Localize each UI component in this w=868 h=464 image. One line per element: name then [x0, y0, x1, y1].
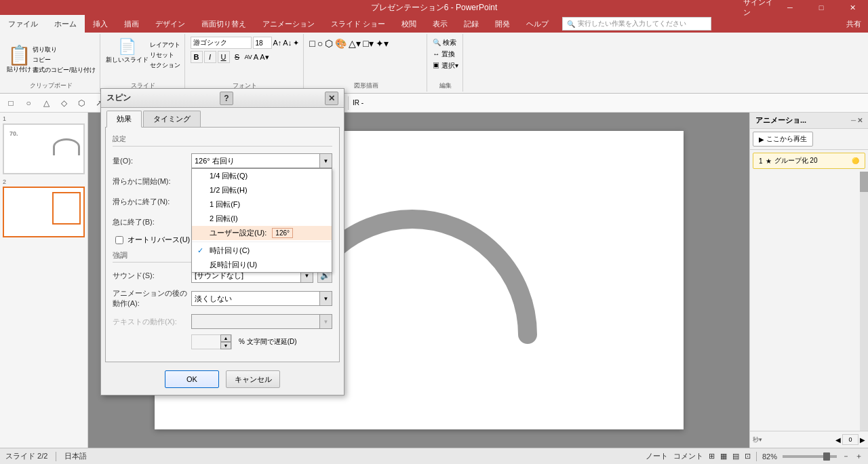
amount-row: 量(O): 126° 右回り ▼ 1/4 回転(Q)	[113, 153, 332, 168]
amount-field[interactable]: 126° 右回り ▼	[191, 153, 332, 168]
after-anim-label: アニメーションの後の動作(A):	[113, 288, 187, 309]
percent-up[interactable]: ▲	[220, 334, 231, 342]
amount-value: 126° 右回り	[195, 156, 235, 166]
dialog-help-button[interactable]: ?	[220, 92, 233, 105]
amount-dropdown-arrow[interactable]: ▼	[319, 154, 332, 168]
sound-label: サウンド(S):	[113, 271, 187, 281]
percent-down[interactable]: ▼	[220, 342, 231, 349]
cw-check: ✓	[197, 246, 207, 255]
spin-dialog: スピン ? ✕ 効果 タイミング 設定 量(O): 126° 右回り ▼	[100, 88, 344, 395]
after-anim-field[interactable]: 淡くしない ▼	[191, 291, 332, 306]
quantity-dropdown: 1/4 回転(Q) 1/2 回転(H) 1 回転(F) 2 回転(I)	[191, 168, 332, 273]
dropdown-two[interactable]: 2 回転(I)	[192, 212, 332, 226]
percent-row: ▲ ▼ % 文字間で遅延(D)	[113, 334, 332, 349]
text-anim-field: ▼	[191, 314, 332, 329]
dropdown-user[interactable]: ユーザー設定(U): 126°	[192, 226, 332, 240]
ok-button[interactable]: OK	[165, 370, 219, 388]
auto-reverse-checkbox[interactable]	[115, 236, 123, 244]
text-anim-row: テキストの動作(X): ▼	[113, 314, 332, 329]
smooth-end-label: 滑らかに終了(N):	[113, 197, 187, 207]
auto-reverse-label: オートリバース(U)	[127, 235, 190, 245]
dialog-title: スピン	[106, 92, 131, 104]
amount-field-container: 126° 右回り ▼ 1/4 回転(Q) 1/2 回転(H)	[191, 153, 332, 168]
text-anim-label: テキストの動作(X):	[113, 317, 187, 327]
dialog-body: 設定 量(O): 126° 右回り ▼ 1/4 回転(Q)	[105, 127, 340, 362]
section-title: 設定	[113, 134, 332, 147]
user-value: 126°	[272, 228, 293, 238]
dropdown-half[interactable]: 1/2 回転(H)	[192, 183, 332, 197]
amount-label: 量(O):	[113, 156, 187, 166]
dropdown-one[interactable]: 1 回転(F)	[192, 197, 332, 212]
text-anim-arrow: ▼	[319, 315, 332, 328]
cancel-button[interactable]: キャンセル	[226, 370, 280, 388]
dropdown-counter[interactable]: 反時計回り(U)	[192, 258, 332, 272]
sharp-end-label: 急に終了(B):	[113, 217, 187, 227]
dropdown-separator	[192, 241, 332, 242]
dialog-titlebar: スピン ? ✕	[101, 89, 344, 108]
after-anim-arrow[interactable]: ▼	[319, 292, 332, 305]
dialog-tabs: 効果 タイミング	[101, 108, 344, 127]
dropdown-clockwise[interactable]: ✓ 時計回り(C)	[192, 244, 332, 258]
percent-label: % 文字間で遅延(D)	[239, 337, 297, 347]
percent-spin: ▲ ▼	[220, 334, 231, 349]
smooth-start-label: 滑らかに開始(M):	[113, 176, 187, 187]
percent-field[interactable]: ▲ ▼	[191, 334, 232, 349]
dialog-buttons: OK キャンセル	[101, 366, 344, 395]
after-anim-row: アニメーションの後の動作(A): 淡くしない ▼	[113, 288, 332, 309]
dialog-tab-effect[interactable]: 効果	[106, 111, 142, 128]
dialog-overlay: スピン ? ✕ 効果 タイミング 設定 量(O): 126° 右回り ▼	[0, 0, 868, 464]
dialog-tab-timing[interactable]: タイミング	[143, 111, 201, 127]
after-anim-value: 淡くしない	[195, 294, 232, 304]
dialog-close-button[interactable]: ✕	[325, 92, 338, 105]
dropdown-quarter[interactable]: 1/4 回転(Q)	[192, 169, 332, 183]
